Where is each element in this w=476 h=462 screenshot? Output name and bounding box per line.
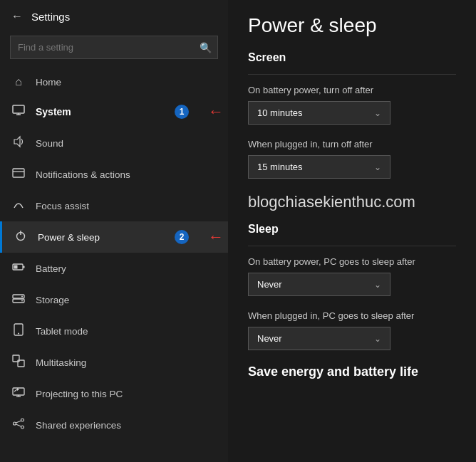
- chevron-down-icon-2: ⌄: [374, 162, 381, 172]
- sidebar-item-focus[interactable]: Focus assist: [0, 190, 228, 221]
- sidebar-item-sound[interactable]: Sound: [0, 127, 228, 159]
- screen-plugged-label: When plugged in, turn off after: [248, 139, 456, 149]
- sidebar-item-storage[interactable]: Storage: [0, 284, 228, 315]
- sound-icon: [11, 135, 26, 151]
- svg-point-24: [14, 422, 16, 425]
- notifications-icon: [11, 167, 26, 182]
- sidebar-item-home[interactable]: ⌂ Home: [0, 68, 228, 96]
- arrow-annotation-2: ←: [208, 228, 224, 246]
- screen-battery-dropdown[interactable]: 10 minutes ⌄: [248, 101, 390, 125]
- shared-icon: [11, 417, 26, 433]
- svg-point-16: [18, 333, 19, 335]
- screen-plugged-dropdown[interactable]: 15 minutes ⌄: [248, 155, 390, 179]
- sidebar-item-system-label: System: [36, 106, 71, 117]
- svg-rect-9: [23, 266, 25, 268]
- sidebar-item-projecting-label: Projecting to this PC: [36, 389, 123, 399]
- search-icon: 🔍: [200, 42, 217, 53]
- sleep-plugged-value: Never: [257, 333, 282, 344]
- svg-rect-4: [13, 169, 24, 177]
- svg-rect-10: [14, 266, 18, 269]
- sidebar-item-focus-label: Focus assist: [36, 201, 89, 211]
- sidebar-item-shared-label: Shared experiences: [36, 420, 121, 431]
- svg-point-26: [21, 426, 24, 429]
- sidebar-item-sound-label: Sound: [36, 138, 63, 149]
- sidebar-item-projecting[interactable]: Projecting to this PC: [0, 378, 228, 409]
- arrow-annotation-1: ←: [208, 103, 224, 121]
- svg-line-28: [16, 424, 21, 426]
- sidebar-item-battery[interactable]: Battery: [0, 253, 228, 284]
- chevron-down-icon: ⌄: [374, 108, 381, 118]
- screen-battery-value: 10 minutes: [257, 107, 303, 118]
- sidebar: ← Settings 🔍 ⌂ Home System 1 ←: [0, 0, 228, 462]
- screen-divider: [248, 74, 456, 75]
- sidebar-item-power[interactable]: Power & sleep 2 ←: [0, 221, 228, 253]
- tablet-icon: [11, 323, 26, 339]
- svg-point-14: [21, 300, 23, 302]
- svg-line-22: [14, 389, 17, 392]
- sleep-divider: [248, 246, 456, 246]
- main-content: Power & sleep Screen On battery power, t…: [228, 0, 476, 462]
- page-title: Power & sleep: [248, 14, 456, 37]
- back-button[interactable]: ←: [11, 10, 23, 23]
- storage-icon: [11, 292, 26, 308]
- projecting-icon: [11, 386, 26, 401]
- sidebar-item-tablet[interactable]: Tablet mode: [0, 315, 228, 347]
- focus-icon: [11, 198, 26, 214]
- screen-section-title: Screen: [248, 51, 456, 64]
- sidebar-item-storage-label: Storage: [36, 295, 69, 305]
- sidebar-item-multitasking-label: Multitasking: [36, 357, 86, 368]
- screen-plugged-value: 15 minutes: [257, 162, 303, 172]
- sidebar-item-notifications[interactable]: Notifications & actions: [0, 159, 228, 190]
- home-icon: ⌂: [11, 75, 26, 88]
- sidebar-item-home-label: Home: [36, 77, 61, 88]
- annotation-badge-2: 2: [175, 230, 189, 244]
- save-energy-title: Save energy and battery life: [248, 364, 456, 379]
- sidebar-item-multitasking[interactable]: Multitasking: [0, 347, 228, 378]
- power-icon: [14, 229, 28, 245]
- svg-point-25: [21, 419, 24, 421]
- sidebar-item-battery-label: Battery: [36, 263, 66, 274]
- chevron-down-icon-3: ⌄: [374, 280, 381, 290]
- sleep-battery-dropdown[interactable]: Never ⌄: [248, 273, 390, 296]
- sleep-battery-value: Never: [257, 279, 282, 290]
- battery-icon: [11, 261, 26, 276]
- screen-battery-label: On battery power, turn off after: [248, 85, 456, 95]
- multitasking-icon: [11, 355, 26, 370]
- sidebar-item-notifications-label: Notifications & actions: [36, 169, 130, 180]
- sleep-battery-label: On battery power, PC goes to sleep after: [248, 256, 456, 267]
- search-box[interactable]: 🔍: [10, 36, 218, 59]
- sidebar-item-power-label: Power & sleep: [38, 232, 100, 243]
- sidebar-title: Settings: [31, 11, 70, 23]
- sleep-plugged-label: When plugged in, PC goes to sleep after: [248, 310, 456, 321]
- sleep-section-title: Sleep: [248, 223, 456, 236]
- sidebar-header: ← Settings: [0, 0, 228, 33]
- sidebar-item-system[interactable]: System 1 ←: [0, 96, 228, 127]
- sidebar-item-tablet-label: Tablet mode: [36, 326, 88, 337]
- watermark-text: blogchiasekienthuc.com: [248, 193, 456, 211]
- search-input[interactable]: [11, 36, 200, 58]
- svg-point-13: [21, 296, 23, 298]
- svg-line-27: [16, 421, 21, 423]
- svg-marker-3: [14, 137, 20, 147]
- sleep-plugged-dropdown[interactable]: Never ⌄: [248, 327, 390, 350]
- system-icon: [11, 104, 26, 120]
- annotation-badge-1: 1: [175, 105, 189, 119]
- chevron-down-icon-4: ⌄: [374, 334, 381, 344]
- sidebar-item-shared[interactable]: Shared experiences: [0, 409, 228, 441]
- svg-rect-0: [13, 105, 24, 113]
